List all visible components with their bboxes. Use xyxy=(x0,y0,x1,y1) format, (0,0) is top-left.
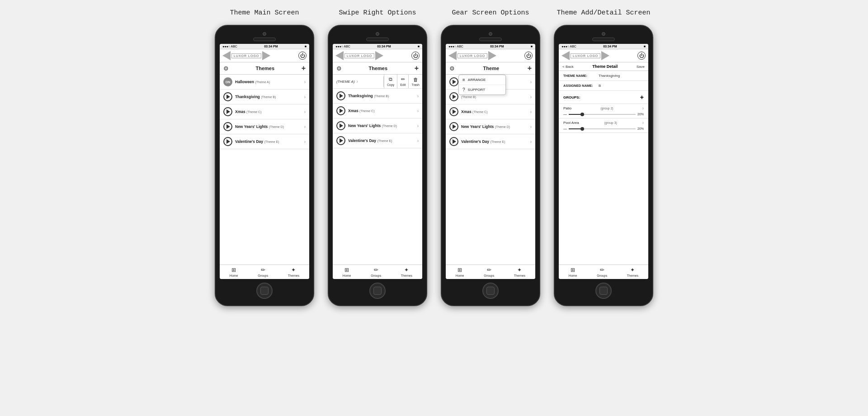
logo-triangle-right-icon xyxy=(601,51,609,60)
tab-home[interactable]: ⊞ Home xyxy=(569,267,577,277)
status-bar: ●●●○ ABC 03:34 PM ■ xyxy=(220,44,309,49)
play-icon-circle[interactable] xyxy=(336,136,345,145)
active-badge: ON xyxy=(223,77,232,86)
add-button[interactable]: + xyxy=(415,64,419,72)
logo-placeholder: LUXOR LOGO xyxy=(448,51,496,60)
home-button[interactable] xyxy=(482,283,499,299)
tab-groups[interactable]: ✏ Groups xyxy=(484,267,494,277)
slider-track[interactable] xyxy=(569,128,636,129)
play-triangle-icon xyxy=(226,109,230,114)
group-item[interactable]: Patio (group 2) › — 20% xyxy=(559,104,648,118)
play-icon-circle[interactable] xyxy=(336,106,345,115)
screen-wrapper-4: Theme Add/Detail Screen ●●●○ ABC 03:34 P… xyxy=(554,9,653,306)
play-icon-circle[interactable] xyxy=(223,137,232,146)
power-button[interactable]: ⏻ xyxy=(298,52,307,60)
home-button[interactable] xyxy=(369,283,386,299)
group-item-header: Patio (group 2) › xyxy=(563,106,644,111)
theme-list-item[interactable]: Xmas (Theme C) › xyxy=(333,104,422,118)
screen-title-3: Gear Screen Options xyxy=(452,9,529,17)
play-icon-circle[interactable] xyxy=(449,92,458,101)
logo-triangle-left-icon xyxy=(561,51,570,60)
play-icon-circle[interactable] xyxy=(223,122,232,131)
slider-track[interactable] xyxy=(569,114,636,115)
status-left: ●●●○ ABC xyxy=(561,45,576,48)
tab-themes[interactable]: ✦ Themes xyxy=(401,267,412,277)
power-button[interactable]: ⏻ xyxy=(524,52,533,60)
save-button[interactable]: Save xyxy=(637,65,645,69)
tab-home[interactable]: ⊞ Home xyxy=(230,267,238,277)
slider-left-icon: — xyxy=(563,127,567,131)
theme-list-item[interactable]: Xmas (Theme C) › xyxy=(220,104,309,119)
slider-percentage: 20% xyxy=(637,127,644,130)
arrange-item[interactable]: ≡ ARRANGE xyxy=(459,75,505,85)
theme-list-item[interactable]: Thanksgiving (Theme B) › xyxy=(333,89,422,104)
back-button[interactable]: < Back xyxy=(562,65,574,69)
chevron-right-icon: › xyxy=(642,106,644,111)
theme-list-item[interactable]: New Years' Lights (Theme D) › xyxy=(220,119,309,134)
tab-groups[interactable]: ✏ Groups xyxy=(597,267,607,277)
support-item[interactable]: ? SUPPORT xyxy=(459,85,505,95)
theme-list-item[interactable]: New Years' Lights (Theme D) › xyxy=(446,119,535,134)
groups-add-button[interactable]: + xyxy=(640,94,644,101)
camera xyxy=(602,32,605,36)
tab-home[interactable]: ⊞ Home xyxy=(343,267,351,277)
play-icon-circle[interactable] xyxy=(449,122,458,131)
play-icon-circle[interactable] xyxy=(336,121,345,130)
gear-icon[interactable]: ⚙ xyxy=(223,65,229,72)
chevron-right-icon: › xyxy=(530,109,532,114)
phone-screen-2: ●●●○ ABC 03:34 PM ■ LUXOR LOGO ⏻ ⚙ Theme… xyxy=(333,44,422,279)
group-item[interactable]: Pool Area (group 3) › — 20% xyxy=(559,118,648,133)
play-icon-circle[interactable] xyxy=(223,92,232,101)
speaker xyxy=(479,38,502,41)
theme-sub: (Theme B) xyxy=(374,95,389,98)
slider-thumb[interactable] xyxy=(580,127,584,131)
screen-wrapper-3: Gear Screen Options ●●●○ ABC 03:34 PM ■ … xyxy=(441,9,540,306)
tab-home[interactable]: ⊞ Home xyxy=(456,267,464,277)
theme-list-item[interactable]: (Theme A) › ≡ ARRANGE ? SUPPORT xyxy=(446,75,535,90)
tab-themes[interactable]: ✦ Themes xyxy=(514,267,525,277)
theme-list-item[interactable]: New Years' Lights (Theme D) › xyxy=(333,118,422,133)
theme-list-item[interactable]: Valentine's Day (Theme E) › xyxy=(446,134,535,149)
play-icon-circle[interactable] xyxy=(449,107,458,116)
power-button[interactable]: ⏻ xyxy=(411,52,420,60)
slider-thumb[interactable] xyxy=(580,113,584,116)
gear-icon[interactable]: ⚙ xyxy=(449,65,455,72)
copy-button[interactable]: ⧉ Copy xyxy=(384,75,397,88)
theme-list-item[interactable]: Thanksgiving (Theme B) › xyxy=(220,90,309,104)
home-button[interactable] xyxy=(256,283,273,299)
theme-list-item[interactable]: ON Halloween (Theme A) › xyxy=(220,75,309,90)
play-icon-circle[interactable] xyxy=(449,137,458,146)
theme-sub: (Theme E) xyxy=(264,140,279,143)
home-button[interactable] xyxy=(595,283,612,299)
groups-tab-label: Groups xyxy=(258,274,268,277)
swipe-label-cell: (THEME A) › xyxy=(333,76,384,87)
theme-item-text: Xmas (Theme C) xyxy=(348,109,415,113)
theme-item-text: Thanksgiving (Theme B) xyxy=(348,94,415,98)
field-value: B xyxy=(599,84,601,88)
groups-tab-icon: ✏ xyxy=(600,267,604,273)
theme-list-item[interactable]: Valentine's Day (Theme E) › xyxy=(220,134,309,149)
edit-button[interactable]: ✏ Edit xyxy=(397,75,408,88)
screen-title-1: Theme Main Screen xyxy=(230,9,299,17)
gear-icon[interactable]: ⚙ xyxy=(336,65,342,72)
play-icon-circle[interactable] xyxy=(449,77,458,86)
signal-text: ●●●○ ABC xyxy=(561,45,576,48)
trash-button[interactable]: 🗑 Trash xyxy=(408,75,422,88)
tab-themes[interactable]: ✦ Themes xyxy=(627,267,638,277)
play-triangle-icon xyxy=(340,109,343,113)
theme-list-item[interactable]: Valentine's Day (Theme E) › xyxy=(333,133,422,148)
theme-list-item[interactable]: Xmas (Theme C) › xyxy=(446,104,535,119)
tab-groups[interactable]: ✏ Groups xyxy=(258,267,268,277)
theme-sub: (Theme B) xyxy=(261,95,276,99)
add-button[interactable]: + xyxy=(528,64,532,72)
play-icon-circle[interactable] xyxy=(336,91,345,100)
add-button[interactable]: + xyxy=(302,64,306,72)
phone-4: ●●●○ ABC 03:34 PM ■ LUXOR LOGO ⏻ < Back … xyxy=(554,25,653,306)
logo-placeholder: LUXOR LOGO xyxy=(335,51,383,60)
power-button[interactable]: ⏻ xyxy=(637,52,646,60)
play-icon-circle[interactable] xyxy=(223,107,232,116)
theme-sub: (Theme C) xyxy=(359,109,374,113)
tab-groups[interactable]: ✏ Groups xyxy=(371,267,381,277)
home-tab-icon: ⊞ xyxy=(458,267,462,273)
tab-themes[interactable]: ✦ Themes xyxy=(288,267,299,277)
